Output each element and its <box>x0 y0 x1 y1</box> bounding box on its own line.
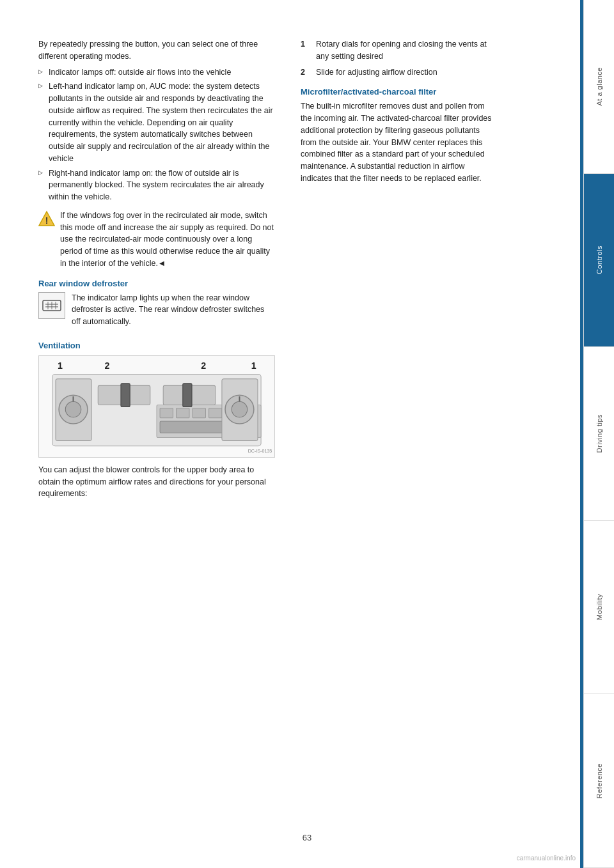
microfilter-heading: Microfilter/activated-charcoal filter <box>301 87 492 97</box>
sidebar-section-reference[interactable]: Reference <box>584 694 614 868</box>
svg-rect-26 <box>183 384 192 407</box>
svg-rect-21 <box>177 408 189 417</box>
sidebar-label-mobility: Mobility <box>595 594 603 620</box>
item-1-text: Rotary dials for opening and closing the… <box>316 38 492 63</box>
ventilation-heading: Ventilation <box>38 341 275 350</box>
watermark: carmanualonline.info <box>517 855 576 862</box>
right-column: 1 Rotary dials for opening and closing t… <box>294 38 492 842</box>
rear-defroster-heading: Rear window defroster <box>38 279 275 288</box>
svg-text:1: 1 <box>251 360 256 371</box>
svg-point-15 <box>65 401 81 417</box>
sidebar: At a glance Controls Driving tips Mobili… <box>583 0 614 868</box>
microfilter-text: The built-in microfilter removes dust an… <box>301 100 492 184</box>
svg-rect-23 <box>209 408 222 417</box>
item-2-text: Slide for adjusting airflow direction <box>316 66 437 79</box>
ventilation-diagram: 1 2 2 1 <box>38 355 275 458</box>
sidebar-label-reference: Reference <box>595 763 603 798</box>
warning-box: ! If the windows fog over in the recircu… <box>38 210 275 270</box>
svg-rect-20 <box>160 408 173 417</box>
page-container: By repeatedly pressing the button, you c… <box>0 0 614 868</box>
bullet-item-2: Left-hand indicator lamp on, AUC mode: t… <box>38 81 275 164</box>
numbered-item-2: 2 Slide for adjusting airflow direction <box>301 66 492 79</box>
numbered-item-1: 1 Rotary dials for opening and closing t… <box>301 38 492 63</box>
page-number: 63 <box>303 833 311 842</box>
defroster-text: The indicator lamp lights up when the re… <box>72 292 275 328</box>
svg-rect-22 <box>193 408 205 417</box>
sidebar-section-at-a-glance[interactable]: At a glance <box>584 0 614 174</box>
defroster-symbol <box>42 295 62 316</box>
bullet-item-1: Indicator lamps off: outside air flows i… <box>38 66 275 79</box>
sidebar-section-controls[interactable]: Controls <box>584 174 614 348</box>
sidebar-label-driving-tips: Driving tips <box>595 414 603 453</box>
svg-point-29 <box>232 401 247 417</box>
operating-modes-list: Indicator lamps off: outside air flows i… <box>38 66 275 203</box>
defroster-icon <box>38 292 65 319</box>
ventilation-body-text: You can adjust the blower controls for t… <box>38 464 275 500</box>
sidebar-section-mobility[interactable]: Mobility <box>584 521 614 695</box>
numbered-list: 1 Rotary dials for opening and closing t… <box>301 38 492 78</box>
num-2: 2 <box>301 66 310 79</box>
blue-accent-bar <box>580 0 583 868</box>
main-content: By repeatedly pressing the button, you c… <box>0 0 583 868</box>
svg-text:!: ! <box>45 215 49 226</box>
sidebar-section-driving-tips[interactable]: Driving tips <box>584 347 614 521</box>
ventilation-svg: 1 2 2 1 <box>39 356 274 457</box>
svg-rect-18 <box>121 384 130 407</box>
warning-icon: ! <box>38 210 55 227</box>
svg-text:2: 2 <box>201 360 206 371</box>
svg-text:DC-IS-0135: DC-IS-0135 <box>248 449 272 454</box>
left-column: By repeatedly pressing the button, you c… <box>38 38 275 842</box>
defroster-box: The indicator lamp lights up when the re… <box>38 292 275 332</box>
sidebar-label-controls: Controls <box>595 245 603 274</box>
num-1: 1 <box>301 38 310 63</box>
bullet-item-3: Right-hand indicator lamp on: the flow o… <box>38 167 275 203</box>
svg-text:2: 2 <box>104 360 109 371</box>
intro-paragraph: By repeatedly pressing the button, you c… <box>38 38 275 63</box>
svg-text:1: 1 <box>58 360 63 371</box>
sidebar-label-at-a-glance: At a glance <box>595 67 603 106</box>
warning-text: If the windows fog over in the recircula… <box>60 210 275 270</box>
